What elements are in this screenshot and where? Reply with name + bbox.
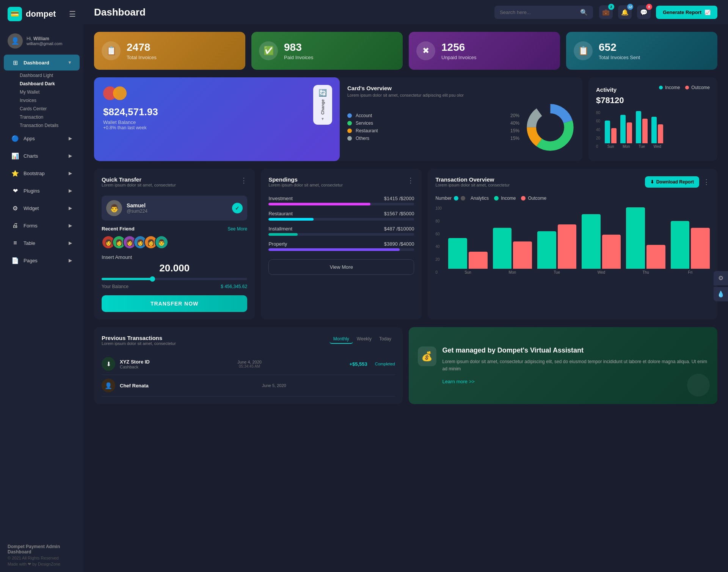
quick-transfer-menu[interactable]: ⋮	[240, 176, 247, 185]
header: Dashboard 🔍 💼 2 🔔 12 💬 8 Generate Report…	[83, 0, 728, 24]
wallet-change-label: Change	[320, 99, 325, 114]
prev-transactions-tabs: Monthly Weekly Today	[329, 335, 395, 344]
transaction-overview-title: Transaction Overview	[435, 176, 510, 183]
sidebar-item-plugins[interactable]: ❤ Plugins ▶	[4, 183, 80, 199]
sent-invoices-icon: 📋	[574, 41, 593, 60]
right-side-buttons: ⚙ 💧	[714, 271, 728, 301]
search-input[interactable]	[500, 9, 577, 15]
briefcase-btn[interactable]: 💼 2	[599, 5, 613, 19]
sidebar-item-bootstrap[interactable]: ⭐ Bootstrap ▶	[4, 165, 80, 181]
sidebar-sub-dashboard-light[interactable]: Dashboard Light	[0, 71, 83, 80]
footer-title: Dompet Payment Admin Dashboard	[8, 544, 76, 555]
transaction-overview-menu[interactable]: ⋮	[703, 178, 710, 186]
spendings-title: Spendings	[268, 176, 343, 183]
tx-status-xyz: Completed	[375, 362, 395, 366]
va-learn-more-link[interactable]: Learn more >>	[442, 379, 475, 384]
cards-overview-subtitle: Lorem ipsum dolor sit amet, consectetur …	[347, 93, 575, 97]
paid-invoices-icon: ✅	[259, 41, 278, 60]
sidebar-forms-label: Forms	[24, 223, 64, 229]
bar-wed-income	[651, 117, 657, 143]
chevron-down-icon: ▼	[321, 117, 325, 121]
dashboard-icon: ⊞	[11, 59, 19, 66]
large-bar-tue-outcome	[558, 224, 577, 269]
spendings-menu[interactable]: ⋮	[407, 176, 414, 185]
stat-card-total-invoices: 📋 2478 Total Invoices	[94, 32, 245, 70]
sidebar-sub-my-wallet[interactable]: My Wallet	[0, 88, 83, 96]
tab-today[interactable]: Today	[375, 335, 395, 344]
wallet-change-button[interactable]: 🔄 Change ▼	[313, 85, 332, 125]
large-bar-thu: Thu	[626, 207, 665, 274]
search-icon: 🔍	[580, 9, 588, 16]
forms-icon: 🖨	[11, 222, 19, 229]
large-bar-mon: Mon	[493, 228, 532, 274]
tx-date-chef: June 5, 2020	[153, 383, 395, 388]
sidebar-item-apps[interactable]: 🔵 Apps ▶	[4, 130, 80, 146]
download-report-button[interactable]: ⬇ Download Report	[645, 176, 699, 188]
sidebar-item-table[interactable]: ≡ Table ▶	[4, 235, 80, 251]
main-content: Dashboard 🔍 💼 2 🔔 12 💬 8 Generate Report…	[83, 0, 728, 572]
forms-arrow-icon: ▶	[69, 223, 72, 228]
bar-label-mon: Mon	[623, 144, 630, 149]
tab-monthly[interactable]: Monthly	[329, 335, 353, 344]
restaurant-dot	[347, 129, 352, 133]
sidebar-item-charts[interactable]: 📊 Charts ▶	[4, 148, 80, 164]
settings-right-btn[interactable]: ⚙	[714, 271, 728, 285]
income-toggle-dot	[494, 196, 499, 201]
sidebar-sub-invoices[interactable]: Invoices	[0, 96, 83, 105]
spending-investment: Investment $1415 /$2000	[268, 196, 414, 205]
va-icon: 💰	[418, 346, 436, 366]
sidebar-item-widget[interactable]: ⚙ Widget ▶	[4, 200, 80, 216]
large-bar-fri-income	[671, 221, 690, 269]
widget-icon: ⚙	[11, 204, 19, 212]
sidebar-item-dashboard[interactable]: ⊞ Dashboard ▼	[4, 55, 80, 71]
legend-account: Account 20%	[347, 113, 519, 118]
tab-weekly[interactable]: Weekly	[353, 335, 375, 344]
bell-btn[interactable]: 🔔 12	[618, 5, 632, 19]
large-bar-wed-outcome	[602, 235, 621, 269]
person-handle: @sum224	[127, 208, 147, 214]
pages-arrow-icon: ▶	[69, 258, 72, 263]
tx-icon-xyz: ⬇	[102, 357, 115, 371]
sidebar-dashboard-label: Dashboard	[24, 60, 63, 66]
outcome-toggle-dot	[521, 196, 526, 201]
outcome-legend: Outcome	[685, 85, 710, 90]
sent-invoices-label: Total Invoices Sent	[599, 55, 640, 60]
services-dot	[347, 121, 352, 125]
theme-right-btn[interactable]: 💧	[714, 287, 728, 301]
search-box: 🔍	[494, 6, 593, 19]
sidebar-sub-dashboard-dark[interactable]: Dashboard Dark	[0, 80, 83, 88]
spendings-subtitle: Lorem ipsum dolor sit amet, consectetur	[268, 183, 343, 187]
sidebar-plugins-label: Plugins	[24, 188, 64, 194]
activity-amount: $78120	[596, 96, 710, 105]
bar-group-tue: Tue	[636, 111, 648, 149]
sidebar-item-forms[interactable]: 🖨 Forms ▶	[4, 218, 80, 234]
sidebar-sub-cards-center[interactable]: Cards Center	[0, 105, 83, 113]
hamburger-icon[interactable]: ☰	[69, 9, 76, 19]
legend-outcome: Outcome	[521, 196, 546, 201]
chat-btn[interactable]: 💬 8	[637, 5, 651, 19]
wallet-change: +0.8% than last week	[103, 125, 331, 130]
sidebar-item-pages[interactable]: 📄 Pages ▶	[4, 252, 80, 268]
previous-transactions-panel: Previous Transactions Lorem ipsum dolor …	[94, 327, 403, 404]
friend-avatars: 👩 👩 👩 👩 👩 👨	[102, 235, 247, 249]
large-bar-fri: Fri	[671, 221, 710, 274]
user-email: william@gmail.com	[27, 41, 62, 46]
large-bar-tue: Tue	[537, 224, 576, 274]
bar-tue-outcome	[642, 119, 648, 143]
legend-restaurant: Restaurant 15%	[347, 128, 519, 133]
table-row: 👤 Chef Renata June 5, 2020	[102, 375, 395, 396]
activity-panel: Activity Income Outcome $78120	[588, 77, 717, 161]
sidebar-sub-transaction-details[interactable]: Transaction Details	[0, 121, 83, 130]
transfer-now-button[interactable]: TRANSFER NOW	[102, 295, 247, 312]
number-toggle-on	[454, 196, 458, 201]
stat-card-unpaid-invoices: ✖ 1256 Unpaid Invoices	[409, 32, 560, 70]
sidebar-pages-label: Pages	[24, 258, 64, 263]
sidebar-sub-transaction[interactable]: Transaction	[0, 113, 83, 121]
quick-transfer-panel: Quick Transfer Lorem ipsum dolor sit ame…	[94, 169, 255, 320]
spending-restaurant: Restaurant $1567 /$5000	[268, 211, 414, 221]
see-more-link[interactable]: See More	[228, 226, 247, 232]
view-more-button[interactable]: View More	[268, 259, 414, 275]
table-icon: ≡	[11, 239, 19, 247]
generate-report-button[interactable]: Generate Report 📈	[656, 6, 717, 19]
amount-display: 20.000	[102, 262, 247, 274]
